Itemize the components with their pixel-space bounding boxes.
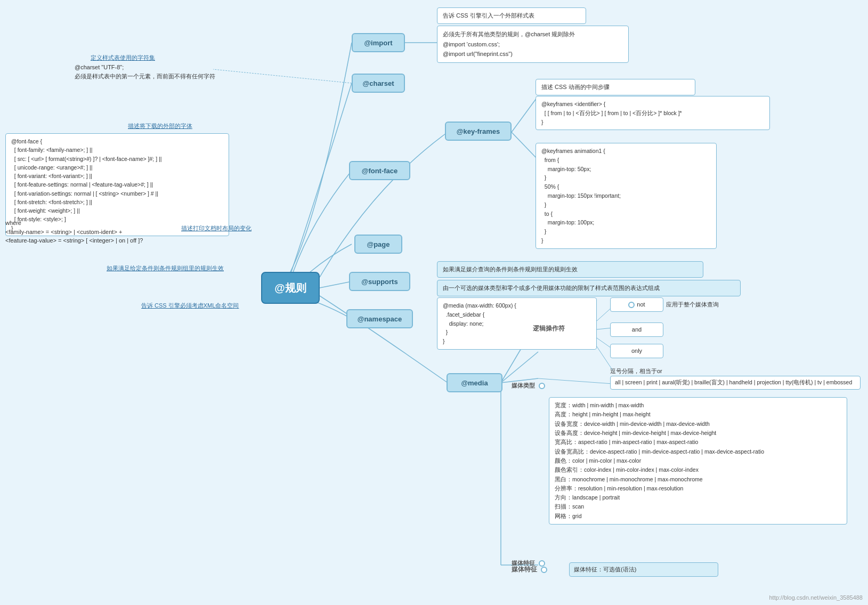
media-code-box: @media (max-width: 600px) { .facet_sideb…	[437, 297, 597, 350]
node-page: @page	[354, 235, 402, 254]
logical-and-box: and	[610, 322, 663, 337]
node-namespace: @namespace	[346, 309, 413, 328]
media-features-list-box: 宽度：width | min-width | max-width 高度：heig…	[549, 397, 847, 525]
media-types-circle	[539, 383, 545, 389]
page-desc-label: 描述打印文档时布局的变化	[181, 224, 252, 233]
import-rules-box: 必须先于所有其他类型的规则，@charset 规则除外 @import 'cus…	[437, 26, 629, 63]
keyframes-desc-box: 描述 CSS 动画的中间步骤	[536, 79, 695, 95]
charset-desc-label: 定义样式表使用的字符集	[91, 53, 155, 62]
font-face-where: where <family-name> = <string> | <custom…	[5, 219, 143, 245]
node-supports: @supports	[349, 272, 410, 291]
svg-line-0	[320, 281, 352, 288]
node-import: @import	[352, 33, 405, 52]
node-keyframes: @key-frames	[445, 122, 512, 141]
namespace-desc-label: 告诉 CSS 引擎必须考虑XML命名空间	[141, 301, 239, 310]
logical-not-box: not	[610, 297, 663, 312]
font-face-desc-label: 描述将下载的外部的字体	[128, 122, 192, 131]
svg-line-4	[512, 132, 538, 160]
svg-line-2	[213, 69, 352, 83]
node-font-face: @font-face	[349, 161, 410, 180]
node-media: @media	[447, 373, 502, 392]
import-rule-2: @import 'custom.css';	[443, 39, 623, 50]
node-charset: @charset	[352, 74, 405, 93]
svg-line-6	[501, 352, 538, 383]
import-rule-3: @import url("fineprint.css")	[443, 49, 623, 59]
not-circle	[628, 302, 635, 308]
media-desc2-box: 由一个可选的媒体类型和零个或多个使用媒体功能的限制了样式表范围的表达式组成	[437, 280, 741, 296]
center-node: @规则	[261, 272, 320, 304]
logical-only-box: only	[610, 344, 663, 358]
logical-ops-title: 逻辑操作符	[533, 324, 565, 333]
watermark: http://blog.csdn.net/weixin_3585488	[769, 594, 863, 601]
mind-map: @规则 @import @charset @font-face @page @s…	[0, 0, 868, 605]
import-desc-box: 告诉 CSS 引擎引入一个外部样式表	[437, 7, 586, 24]
supports-desc-label: 如果满足给定条件则条件规则组里的规则生效	[107, 264, 224, 273]
keyframes-desc-text: 描述 CSS 动画的中间步骤	[541, 84, 610, 90]
media-types-title: 媒体类型	[512, 381, 547, 390]
import-rule-1: 必须先于所有其他类型的规则，@charset 规则除外	[443, 29, 623, 39]
charset-code: @charset "UTF-8"; 必须是样式表中的第一个元素，而前面不得有任何…	[75, 63, 215, 80]
media-desc2-text: 由一个可选的媒体类型和零个或多个使用媒体功能的限制了样式表范围的表达式组成	[443, 285, 660, 291]
media-features-title2: 媒体特征	[512, 565, 549, 574]
media-desc1-box: 如果满足媒介查询的条件则条件规则组里的规则生效	[437, 261, 703, 278]
media-desc1-text: 如果满足媒介查询的条件则条件规则组里的规则生效	[443, 266, 578, 272]
svg-line-12	[538, 378, 613, 384]
import-desc-text: 告诉 CSS 引擎引入一个外部样式表	[443, 12, 534, 19]
keyframes-code1-box: @keyframes <identifier> { [ [ from | to …	[536, 96, 770, 130]
media-features-sub-box: 媒体特征：可选值(语法)	[569, 562, 718, 577]
media-types-values: all | screen | print | aural(听觉) | brail…	[615, 379, 852, 385]
media-features-circle2	[541, 567, 547, 573]
keyframes-code2-box: @keyframes animation1 { from { margin-to…	[536, 143, 717, 249]
not-desc: 应用于整个媒体查询	[666, 300, 719, 309]
media-types-box: all | screen | print | aural(听觉) | brail…	[610, 376, 861, 390]
svg-line-3	[512, 96, 538, 132]
comma-desc: 逗号分隔，相当于or	[610, 367, 662, 376]
